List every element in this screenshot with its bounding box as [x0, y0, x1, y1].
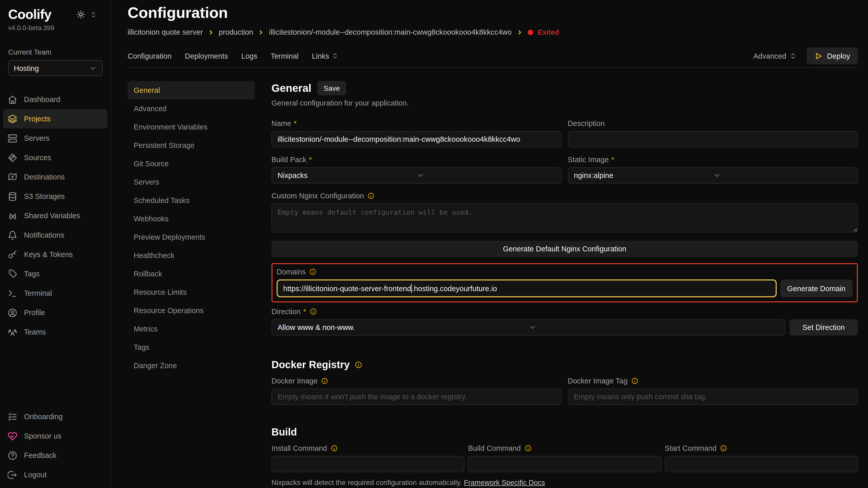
sidebar-item-sponsor[interactable]: Sponsor us [3, 426, 108, 446]
breadcrumb-application[interactable]: illicitestonion/-module--decomposition:m… [269, 28, 512, 36]
general-form: General Save General configuration for y… [272, 81, 858, 488]
framework-docs-link[interactable]: Framework Specific Docs [464, 478, 545, 486]
sidebar-item-terminal[interactable]: Terminal [3, 284, 108, 303]
start-command-input[interactable] [665, 456, 858, 472]
save-button[interactable]: Save [317, 81, 346, 95]
build-command-input[interactable] [468, 456, 661, 472]
info-icon [309, 268, 316, 275]
subnav-danger-zone[interactable]: Danger Zone [128, 356, 255, 375]
tab-links[interactable]: Links [312, 52, 338, 60]
tab-deployments[interactable]: Deployments [185, 52, 228, 60]
subnav-preview-deployments[interactable]: Preview Deployments [128, 228, 255, 246]
subnav-resource-operations[interactable]: Resource Operations [128, 301, 255, 320]
breadcrumb-project[interactable]: illicitonion quote server [128, 28, 203, 36]
database-icon [8, 192, 17, 201]
sidebar-item-s3-storages[interactable]: S3 Storages [3, 187, 108, 206]
home-icon [8, 95, 17, 104]
info-icon [355, 361, 363, 369]
sidebar-item-sources[interactable]: Sources [3, 148, 108, 167]
direction-label: Direction* [272, 307, 858, 316]
sidebar-item-dashboard[interactable]: Dashboard [3, 90, 108, 109]
domains-highlight-box: Domains https://illicitonion-quote-serve… [272, 263, 858, 302]
chevron-right-icon [208, 29, 214, 35]
subnav-tags[interactable]: Tags [128, 338, 255, 356]
sidebar-item-feedback[interactable]: Feedback [3, 446, 108, 465]
install-command-label: Install Command [272, 444, 465, 452]
sidebar-item-notifications[interactable]: Notifications [3, 225, 108, 245]
tags-icon [8, 269, 17, 279]
docker-image-input[interactable] [272, 389, 562, 405]
info-icon [321, 377, 329, 385]
subnav-advanced[interactable]: Advanced [128, 99, 255, 118]
layers-icon [8, 114, 17, 124]
domains-input[interactable]: https://illicitonion-quote-server-fronte… [277, 280, 776, 297]
sidebar-item-projects[interactable]: Projects [3, 109, 108, 129]
info-icon [331, 445, 338, 452]
tab-terminal[interactable]: Terminal [271, 52, 299, 60]
build-pack-label: Build Pack* [272, 156, 562, 164]
git-source-icon [8, 153, 17, 162]
logout-icon [8, 470, 17, 480]
sidebar-item-onboarding[interactable]: Onboarding [3, 407, 108, 426]
section-title: General [272, 82, 311, 94]
start-command-label: Start Command [665, 444, 858, 452]
info-icon [310, 308, 317, 315]
sidebar-item-destinations[interactable]: Destinations [3, 167, 108, 187]
domains-label: Domains [277, 268, 853, 276]
custom-nginx-label: Custom Nginx Configuration [272, 192, 858, 200]
subnav-git-source[interactable]: Git Source [128, 155, 255, 173]
sidebar-item-servers[interactable]: Servers [3, 129, 108, 148]
chevron-down-icon [713, 171, 852, 180]
sidebar-item-teams[interactable]: Teams [3, 322, 108, 341]
subnav-environment-variables[interactable]: Environment Variables [128, 118, 255, 136]
sidebar-item-tags[interactable]: Tags [3, 264, 108, 284]
subnav-scheduled-tasks[interactable]: Scheduled Tasks [128, 191, 255, 209]
generate-domain-button[interactable]: Generate Domain [780, 280, 853, 297]
sidebar-item-keys-tokens[interactable]: Keys & Tokens [3, 245, 108, 264]
server-icon [8, 133, 17, 143]
play-icon [814, 52, 823, 60]
subnav-persistent-storage[interactable]: Persistent Storage [128, 136, 255, 155]
sidebar-bottom-nav: Onboarding Sponsor us Feedback Logout [0, 407, 111, 488]
subnav-resource-limits[interactable]: Resource Limits [128, 283, 255, 301]
current-team-label: Current Team [0, 48, 111, 56]
key-icon [8, 250, 17, 259]
subnav-servers[interactable]: Servers [128, 173, 255, 191]
sidebar-item-shared-variables[interactable]: (x) Shared Variables [3, 206, 108, 225]
direction-select[interactable]: Allow www & non-www. [272, 319, 785, 335]
coolify-app: Coolify v4.0.0-beta.399 Current Team Hos… [0, 0, 868, 488]
breadcrumb-environment[interactable]: production [219, 28, 253, 36]
subnav-webhooks[interactable]: Webhooks [128, 209, 255, 228]
description-input[interactable] [568, 131, 858, 148]
sidebar-item-logout[interactable]: Logout [3, 465, 108, 484]
set-direction-button[interactable]: Set Direction [789, 319, 858, 335]
list-checks-icon [8, 412, 17, 421]
install-command-input[interactable] [272, 456, 465, 472]
name-input[interactable] [272, 131, 562, 148]
app-logo: Coolify [8, 7, 51, 23]
team-select-value: Hosting [14, 64, 39, 72]
sidebar-item-profile[interactable]: Profile [3, 303, 108, 322]
docker-image-tag-label: Docker Image Tag [568, 377, 858, 385]
deploy-button[interactable]: Deploy [807, 47, 858, 64]
custom-nginx-textarea[interactable] [272, 203, 858, 232]
subnav-general[interactable]: General [128, 81, 255, 99]
theme-toggle-sun-icon[interactable] [76, 10, 85, 19]
chevron-down-icon [417, 171, 556, 180]
chevrons-up-down-icon[interactable] [90, 11, 97, 18]
generate-nginx-button[interactable]: Generate Default Nginx Configuration [272, 241, 858, 257]
tab-configuration[interactable]: Configuration [128, 52, 172, 60]
subnav-rollback[interactable]: Rollback [128, 265, 255, 283]
bell-icon [8, 230, 17, 240]
build-pack-select[interactable]: Nixpacks [272, 167, 562, 184]
advanced-menu[interactable]: Advanced [753, 52, 797, 60]
users-icon [8, 327, 17, 337]
subnav-healthcheck[interactable]: Healthcheck [128, 246, 255, 265]
static-image-select[interactable]: nginx:alpine [568, 167, 858, 184]
help-circle-icon [8, 451, 17, 460]
section-description: General configuration for your applicati… [272, 99, 858, 107]
team-select[interactable]: Hosting [8, 60, 102, 76]
tab-logs[interactable]: Logs [241, 52, 257, 60]
docker-image-tag-input[interactable] [568, 389, 858, 405]
subnav-metrics[interactable]: Metrics [128, 320, 255, 338]
